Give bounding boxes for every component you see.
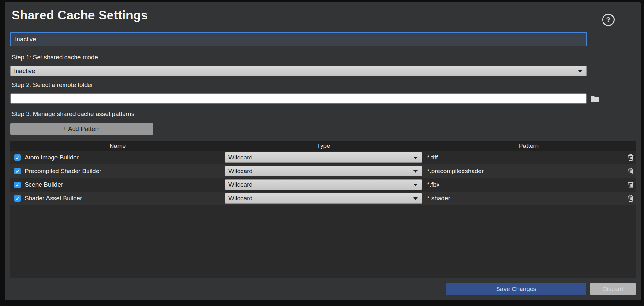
column-header-pattern: Pattern	[422, 142, 636, 149]
delete-row-button[interactable]	[627, 154, 635, 161]
trash-icon	[627, 167, 634, 175]
row-checkbox[interactable]	[14, 168, 21, 174]
row-pattern: *.precompiledshader	[427, 168, 484, 175]
cache-mode-selected-value: Inactive	[14, 67, 35, 75]
folder-icon	[591, 94, 600, 103]
chevron-down-icon	[413, 184, 418, 186]
cache-mode-dropdown[interactable]: Inactive	[10, 66, 587, 76]
step2-label: Step 2: Select a remote folder	[12, 81, 93, 88]
delete-row-button[interactable]	[627, 181, 635, 189]
trash-icon	[627, 181, 634, 189]
step3-label: Step 3: Manage shared cache asset patter…	[12, 111, 134, 118]
row-type-dropdown[interactable]: Wildcard	[225, 193, 422, 204]
shared-cache-settings-window: Shared Cache Settings ? Inactive Step 1:…	[0, 0, 644, 306]
chevron-down-icon	[413, 197, 418, 200]
table-row: Precompiled Shader Builder Wildcard *.pr…	[10, 164, 636, 178]
page-title: Shared Cache Settings	[12, 8, 148, 22]
column-header-name: Name	[10, 142, 225, 149]
discard-button[interactable]: Discard	[590, 283, 636, 295]
remote-folder-input[interactable]	[10, 93, 587, 104]
row-checkbox[interactable]	[14, 154, 21, 161]
row-name: Precompiled Shader Builder	[25, 168, 101, 175]
row-pattern: *.shader	[427, 195, 450, 202]
table-row: Shader Asset Builder Wildcard *.shader	[10, 192, 636, 205]
row-pattern: *.tiff	[427, 154, 438, 161]
row-name: Scene Builder	[25, 181, 63, 188]
row-type-dropdown[interactable]: Wildcard	[225, 166, 422, 176]
chevron-down-icon	[578, 70, 582, 73]
row-type-dropdown[interactable]: Wildcard	[225, 179, 422, 190]
row-checkbox[interactable]	[14, 182, 21, 188]
browse-folder-button[interactable]	[590, 94, 600, 103]
trash-icon	[627, 154, 634, 161]
row-name: Shader Asset Builder	[25, 195, 82, 202]
chevron-down-icon	[413, 170, 418, 173]
trash-icon	[627, 194, 634, 202]
cache-status-field[interactable]: Inactive	[10, 32, 587, 46]
row-type-value: Wildcard	[228, 154, 252, 161]
delete-row-button[interactable]	[627, 194, 635, 202]
row-type-value: Wildcard	[228, 195, 252, 202]
row-pattern: *.fbx	[427, 181, 439, 188]
row-type-value: Wildcard	[228, 181, 252, 188]
table-row: Atom Image Builder Wildcard *.tiff	[10, 151, 636, 164]
column-header-type: Type	[225, 142, 422, 149]
table-row: Scene Builder Wildcard *.fbx	[10, 178, 636, 192]
row-name: Atom Image Builder	[25, 154, 79, 161]
cache-status-value: Inactive	[15, 36, 36, 43]
delete-row-button[interactable]	[627, 167, 635, 175]
table-header-row: Name Type Pattern	[10, 141, 636, 151]
settings-panel: Shared Cache Settings ? Inactive Step 1:…	[5, 2, 641, 300]
add-pattern-button[interactable]: + Add Pattern	[10, 123, 153, 135]
row-checkbox[interactable]	[14, 195, 21, 202]
row-type-value: Wildcard	[228, 168, 252, 175]
row-type-dropdown[interactable]: Wildcard	[225, 152, 422, 163]
help-icon[interactable]: ?	[602, 14, 615, 26]
step1-label: Step 1: Set shared cache mode	[12, 54, 98, 61]
chevron-down-icon	[413, 157, 418, 159]
pattern-table: Name Type Pattern Atom Image Builder Wil…	[10, 141, 636, 278]
save-changes-button[interactable]: Save Changes	[446, 283, 586, 295]
text-cursor	[13, 95, 13, 102]
